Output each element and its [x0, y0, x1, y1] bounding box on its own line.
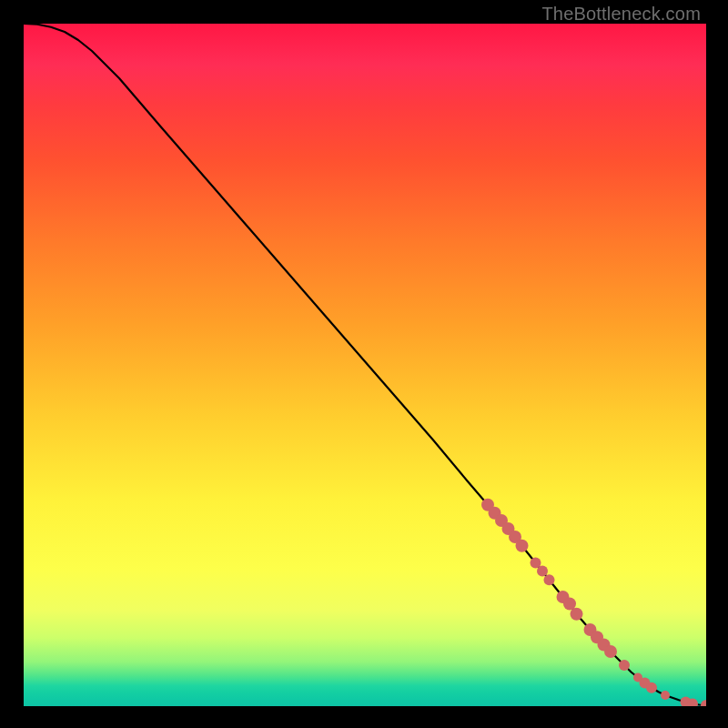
data-marker — [516, 540, 529, 552]
data-marker — [544, 574, 555, 585]
bottleneck-curve-line — [24, 24, 706, 705]
data-marker — [604, 645, 617, 658]
chart-svg — [24, 24, 706, 706]
plot-area — [24, 24, 706, 706]
chart-stage: TheBottleneck.com — [0, 0, 728, 728]
data-marker — [701, 700, 706, 706]
watermark-text: TheBottleneck.com — [541, 4, 701, 25]
marker-layer — [481, 499, 706, 706]
data-marker — [619, 660, 630, 671]
data-marker — [646, 682, 657, 693]
data-marker — [537, 566, 548, 577]
data-marker — [571, 608, 583, 621]
data-marker — [661, 691, 670, 700]
